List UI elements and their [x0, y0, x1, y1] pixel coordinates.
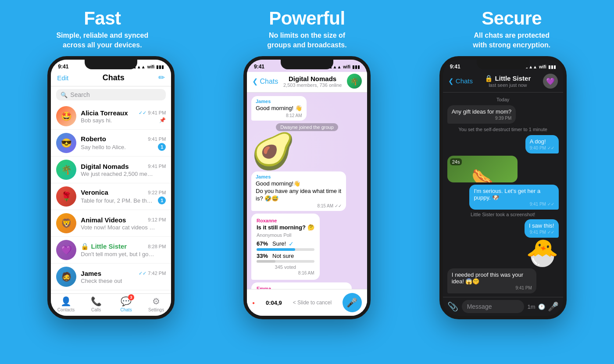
contacts-icon: 👤: [61, 296, 71, 307]
chat-msg-sister: Don't tell mom yet, but I got the job! I…: [81, 251, 155, 257]
chat-item-animal[interactable]: 🦁 Animal Videos 9:12 PM Vote now! Moar c…: [51, 210, 171, 237]
chat-list: 🤩 Alicia Torreaux ✓✓ 9:41 PM Bob says h: [51, 103, 171, 293]
phone3-screen: 9:41 ▲▲▲ wifi ▮▮▮ ❮ Chats 🔒 Little Siste…: [443, 60, 563, 316]
phone3-status-icons: ▲▲▲ wifi ▮▮▮: [524, 64, 556, 69]
dark-back-button[interactable]: ❮ Chats: [448, 77, 473, 85]
msg-text-james1: Good morning! 👋: [256, 105, 302, 112]
phone2: 9:41 ▲▲▲ wifi ▮▮▮ ❮ Chats Digital Nomads…: [243, 56, 371, 319]
chat-name-row-roberto: Roberto 9:41 PM: [81, 135, 166, 143]
poll-option-notsure[interactable]: 33% Not sure: [257, 253, 314, 263]
phone3-wrapper: 9:41 ▲▲▲ wifi ▮▮▮ ❮ Chats 🔒 Little Siste…: [405, 56, 601, 319]
poll-pct-notsure: 33%: [257, 253, 270, 259]
timer-icon[interactable]: 1m: [528, 303, 535, 310]
dark-msg-dog-time: 9:40 PM ✓✓: [530, 146, 554, 150]
chat-time-alicia: 9:41 PM: [148, 110, 166, 115]
tab-settings[interactable]: ⚙ Settings: [141, 296, 171, 312]
chat-item-sister[interactable]: 💜 🔒 Little Sister 8:28 PM Don't tell mom…: [51, 237, 171, 264]
msg-sender-james2: James: [256, 174, 342, 179]
chat-msg-row-nomads: We just reached 2,500 members! WOO!: [81, 171, 166, 177]
chat-info-veronica: Veronica 9:22 PM Table for four, 2 PM. B…: [81, 189, 166, 204]
phone1-wrapper: 9:41 ▲▲▲ wifi ▮▮▮ Edit Chats ✏ 🔍 Sear: [13, 56, 209, 319]
chat-item-alicia[interactable]: 🤩 Alicia Torreaux ✓✓ 9:41 PM Bob says h: [51, 103, 171, 130]
chat-item-roberto[interactable]: 😎 Roberto 9:41 PM Say hello to Alice. 1: [51, 130, 171, 157]
dark-image-msg: 24s 🌭 9:41 PM: [447, 156, 518, 182]
chat-msg-row-veronica: Table for four, 2 PM. Be there. 1: [81, 196, 166, 204]
wifi-icon: wifi: [147, 64, 155, 69]
dark-date: Today: [496, 97, 509, 102]
phone2-screen: 9:41 ▲▲▲ wifi ▮▮▮ ❮ Chats Digital Nomads…: [247, 60, 367, 316]
chats-title: Chats: [103, 73, 125, 82]
search-bar[interactable]: 🔍 Search: [56, 89, 166, 100]
avatar-roberto: 😎: [56, 133, 76, 153]
recording-time: 0:04,9: [266, 300, 282, 306]
wifi-icon2: wifi: [343, 64, 350, 69]
chat-time-nomads: 9:41 PM: [148, 164, 166, 169]
sticker-avocado: 🥑: [251, 134, 295, 169]
chat-info-james: James ✓✓ 7:42 PM Check these out: [81, 270, 166, 284]
settings-icon: ⚙: [152, 296, 160, 307]
chat-name-row-sister: 🔒 Little Sister 8:28 PM: [81, 243, 166, 250]
poll-option-sure[interactable]: 67% Sure! ✓: [257, 240, 314, 251]
chat-item-james[interactable]: 🧔 James ✓✓ 7:42 PM Check these out: [51, 264, 171, 290]
header-row: Fast Simple, reliable and syncedacross a…: [0, 0, 614, 54]
dark-message-input[interactable]: Message: [462, 300, 524, 313]
compose-icon[interactable]: ✏: [158, 73, 165, 82]
sticker-chick: 🐣: [526, 240, 559, 266]
dark-msg-proof-text: I needed proof this was your idea! 😱🤫: [452, 271, 532, 285]
recording-dot: ●: [252, 300, 255, 305]
chat-info-animal: Animal Videos 9:12 PM Vote now! Moar cat…: [81, 216, 166, 231]
tab-contacts[interactable]: 👤 Contacts: [51, 296, 81, 312]
chat-name-row-james: James ✓✓ 7:42 PM: [81, 270, 166, 277]
tab-contacts-label: Contacts: [57, 307, 75, 312]
attach-icon[interactable]: 📎: [447, 301, 458, 312]
chat-item-veronica[interactable]: 🌹 Veronica 9:22 PM Table for four, 2 PM.…: [51, 183, 171, 210]
group-name: Digital Nomads: [282, 75, 343, 82]
mic-button[interactable]: 🎤: [343, 293, 362, 312]
dark-msg-gift-text: Any gift ideas for mom?: [452, 108, 512, 115]
dark-msg-puppy: I'm serious. Let's get her a puppy. 🐶 9:…: [469, 185, 558, 210]
poll-label-notsure: Not sure: [272, 253, 294, 259]
poll-bubble: Roxanne Is it still morning? 🤔 Anonymous…: [251, 214, 320, 280]
clock-icon[interactable]: 🕐: [538, 303, 545, 310]
recording-bar: ● 0:04,9 < Slide to cancel 🎤: [247, 289, 367, 316]
dark-msg-puppy-text: I'm serious. Let's get her a puppy. 🐶: [474, 188, 554, 201]
chat-item-nomads[interactable]: 🌴 Digital Nomads 9:41 PM We just reached…: [51, 157, 171, 183]
phone1-screen: 9:41 ▲▲▲ wifi ▮▮▮ Edit Chats ✏ 🔍 Sear: [51, 60, 171, 316]
avatar-alicia: 🤩: [56, 106, 76, 126]
chat-item-study[interactable]: 🦉 Study Group 7:36 PM Emma: [51, 290, 171, 293]
dark-mic-icon[interactable]: 🎤: [548, 301, 559, 312]
dark-msg-dog: A dog! 9:40 PM ✓✓: [525, 135, 559, 153]
dark-msg-gift: Any gift ideas for mom? 9:39 PM: [447, 105, 516, 124]
edit-button[interactable]: Edit: [57, 74, 68, 82]
fast-subtitle: Simple, reliable and syncedacross all yo…: [56, 31, 148, 50]
poll-question: Is it still morning? 🤔: [257, 224, 314, 231]
group-sub: 2,503 members, 736 online: [282, 82, 343, 88]
group-header-info: Digital Nomads 2,503 members, 736 online: [282, 75, 343, 88]
chat-name-nomads: Digital Nomads: [81, 163, 129, 170]
phone2-wrapper: 9:41 ▲▲▲ wifi ▮▮▮ ❮ Chats Digital Nomads…: [209, 56, 405, 319]
ticks-james: ✓✓: [139, 271, 146, 276]
poll-type: Anonymous Poll: [257, 232, 314, 238]
chats-badge: 3: [128, 294, 134, 300]
chat-msg-roberto: Say hello to Alice.: [81, 144, 126, 150]
search-icon: 🔍: [61, 92, 68, 98]
tab-calls-label: Calls: [91, 307, 101, 312]
pin-alicia: 📌: [159, 117, 166, 123]
dark-image-inner: 24s 🌭: [447, 156, 518, 182]
avatar-nomads: 🌴: [56, 160, 76, 180]
secure-column-header: Secure All chats are protectedwith stron…: [409, 8, 614, 50]
poll-sender: Roxanne: [257, 218, 314, 223]
messages-area: James Good morning! 👋 8:12 AM Dwayne joi…: [247, 93, 367, 289]
back-button2[interactable]: ❮ Chats: [252, 77, 278, 86]
tab-chats[interactable]: 💬 3 Chats: [111, 296, 141, 312]
chat-msg-nomads: We just reached 2,500 members! WOO!: [81, 171, 155, 177]
chat-time-animal: 9:12 PM: [148, 217, 166, 222]
dark-chat-header: ❮ Chats 🔒 Little Sister last seen just n…: [443, 72, 563, 93]
tab-calls[interactable]: 📞 Calls: [81, 296, 111, 312]
ticks-alicia: ✓✓: [139, 110, 146, 116]
chat-msg-row-alicia: Bob says hi. 📌: [81, 117, 166, 124]
chat-name-veronica: Veronica: [81, 189, 108, 196]
poll-check-sure: ✓: [289, 240, 294, 247]
chat-msg-james: Check these out: [81, 278, 122, 284]
dark-msg-proof: I needed proof this was your idea! 😱🤫 9:…: [447, 268, 536, 293]
